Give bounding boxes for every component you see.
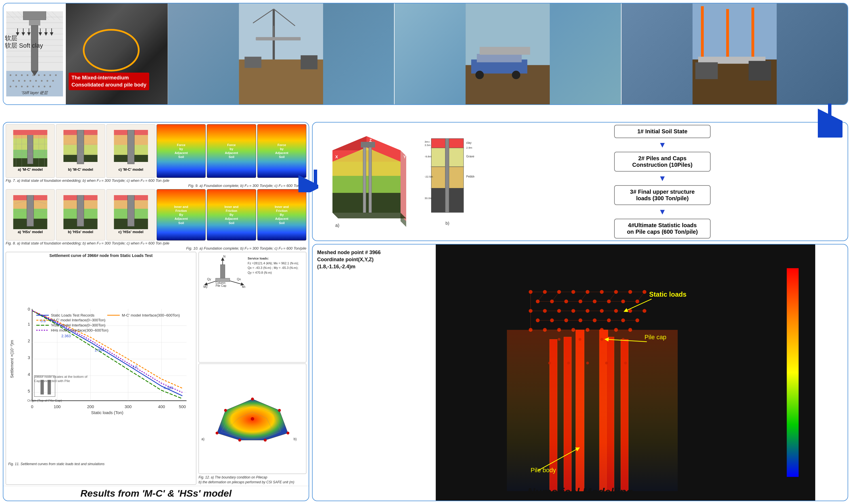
svg-text:30.0m: 30.0m — [424, 197, 432, 200]
profile-svg: clay 3m= 3.5m 2.9m Gravel -9.8m Pebble -… — [423, 133, 474, 230]
svg-text:Pebble: Pebble — [466, 175, 474, 178]
svg-text:200: 200 — [87, 404, 94, 409]
flow-step-4: 4#Ultimate Statistic loadson Pile caps (… — [614, 219, 711, 238]
svg-rect-110 — [127, 130, 134, 164]
mc-label-c: c) 'M-C' model — [118, 167, 144, 172]
svg-rect-97 — [13, 130, 48, 135]
service-loads: Service loads: Fz =28121.4 (kN); Mx = 96… — [248, 253, 299, 361]
mesh-info: Meshed node point # 3966 Coordinate poin… — [313, 245, 403, 501]
svg-point-53 — [44, 86, 46, 87]
svg-rect-80 — [752, 8, 754, 62]
svg-rect-58 — [239, 3, 323, 59]
svg-point-47 — [10, 86, 11, 87]
svg-text:'HSs' model Interface(0~300Ton: 'HSs' model Interface(0~300Ton) — [51, 323, 105, 327]
svg-text:'Stiff layer  硬层: 'Stiff layer 硬层 — [21, 90, 49, 95]
svg-text:Settlement ×(10⁻²)m: Settlement ×(10⁻²)m — [10, 340, 14, 378]
svg-point-54 — [49, 86, 51, 87]
svg-text:Mx: Mx — [242, 285, 246, 288]
svg-marker-214 — [332, 213, 406, 218]
mixed-label-line1: The Mixed-intermedium — [72, 75, 129, 80]
contour-10a: Inner andFrictionByAdjacentSoil — [157, 189, 206, 240]
svg-point-45 — [47, 80, 48, 82]
settlement-title: Settlement curve of 3966# node from Stat… — [7, 253, 195, 258]
svg-point-39 — [13, 80, 14, 82]
svg-text:'M-C' model Interface(0~300Ton: 'M-C' model Interface(0~300Ton) — [51, 318, 105, 322]
svg-point-49 — [21, 86, 23, 87]
svg-rect-207 — [332, 176, 400, 193]
photos-row — [168, 3, 848, 104]
svg-point-195 — [264, 439, 267, 442]
axes-svg: N My Mx Qy Qx Column Pile Cap — [200, 253, 246, 290]
svg-text:Pile Cap: Pile Cap — [216, 284, 227, 287]
flow-arrow-3: ▼ — [658, 207, 666, 216]
pile-sketch-svg: 'Stiff layer 硬层 — [6, 11, 63, 96]
svg-point-51 — [32, 86, 34, 87]
hss-label-a: a) 'HSs' model — [17, 229, 43, 235]
svg-text:500: 500 — [179, 404, 186, 409]
diagram-sketch: 软层 软层 Soft clay — [3, 3, 66, 104]
svg-point-48 — [15, 86, 17, 87]
svg-point-35 — [38, 74, 40, 76]
svg-rect-63 — [256, 37, 301, 40]
fig12-caption: Fig. 12. a) The boundary condition on Pi… — [199, 475, 306, 485]
left-arrow — [298, 169, 318, 194]
mc-model-a: a) 'M-C' model — [6, 124, 55, 178]
svg-rect-19 — [23, 11, 46, 20]
soil-profile: clay 3m= 3.5m 2.9m Gravel -9.8m Pebble -… — [420, 123, 477, 240]
fig8-caption: Fig. 8. a) Initial state of foundation e… — [3, 240, 309, 246]
svg-point-38 — [55, 74, 57, 76]
boundary-top: N My Mx Qy Qx Column Pile Cap — [199, 252, 306, 362]
svg-point-37 — [49, 74, 51, 76]
svg-point-32 — [21, 74, 23, 76]
contour-9a: ForcebyAdjacentSoil — [157, 124, 206, 178]
svg-text:300: 300 — [125, 404, 132, 409]
svg-text:Pile cap: Pile cap — [645, 334, 666, 341]
flow-arrow-1: ▼ — [658, 140, 666, 149]
mc-label-a: a) 'M-C' model — [17, 167, 43, 172]
svg-text:Gravel: Gravel — [466, 155, 474, 158]
hss-model-b: b) 'HSs' model — [56, 189, 105, 240]
svg-text:400: 400 — [158, 404, 165, 409]
svg-text:4: 4 — [28, 372, 30, 377]
svg-text:Qy: Qy — [207, 277, 211, 281]
svg-rect-82 — [695, 62, 718, 79]
right-area: X Y Z a) clay 3m= 3.5m 2.9m — [312, 122, 848, 501]
bottom-section: a) 'M-C' model b) 'M-C' model — [3, 122, 848, 501]
svg-rect-74 — [480, 47, 530, 55]
svg-text:M-C' model Interface(300~600To: M-C' model Interface(300~600Ton) — [122, 313, 180, 317]
numerical-bottom: Meshed node point # 3966 Coordinate poin… — [312, 244, 848, 501]
svg-text:2.363: 2.363 — [61, 334, 71, 338]
svg-point-40 — [18, 80, 20, 82]
contour-10c: Inner andFrictionByAdjacentSoil — [257, 189, 306, 240]
svg-point-300 — [558, 338, 561, 341]
svg-text:Qx: Qx — [237, 277, 241, 281]
mesh-visualization: Static loads Pile cap Pile body — [403, 245, 848, 501]
contour-9b: ForcebyAdjacentSoil — [207, 124, 256, 178]
svg-text:2.954: 2.954 — [95, 348, 104, 352]
mesh-svg: Static loads Pile cap Pile body — [403, 245, 848, 501]
svg-point-308 — [624, 362, 627, 364]
svg-rect-79 — [726, 9, 729, 62]
fig9-caption: Fig. 9. a) Foundation complete; b) F₀ = … — [3, 183, 309, 188]
svg-point-50 — [27, 86, 29, 87]
top-left-panel: 软层 软层 Soft clay — [3, 3, 168, 104]
svg-point-46 — [52, 80, 54, 82]
fig7-caption: Fig. 7. a) Initial state of foundation e… — [3, 178, 309, 183]
svg-point-306 — [586, 362, 589, 364]
svg-rect-115 — [27, 195, 34, 226]
svg-point-305 — [567, 362, 570, 364]
hss-models-row: a) 'HSs' model b) 'HSs' model — [3, 188, 309, 240]
svg-text:a): a) — [201, 437, 204, 441]
mc-model-c: c) 'M-C' model — [106, 124, 156, 178]
main-container: 软层 软层 Soft clay — [0, 0, 851, 504]
svg-text:X: X — [335, 155, 338, 159]
svg-text:3m=: 3m= — [424, 140, 430, 143]
svg-rect-124 — [77, 195, 84, 226]
mixed-label-line2: Consolidated around pile body — [72, 82, 146, 88]
svg-text:HHs model Interface(300~600Ton: HHs model Interface(300~600Ton) — [51, 328, 108, 332]
photo-construction-2 — [394, 3, 621, 104]
svg-point-198 — [224, 409, 227, 412]
svg-text:My: My — [203, 285, 207, 288]
svg-marker-212 — [400, 150, 406, 221]
svg-point-73 — [512, 71, 521, 79]
